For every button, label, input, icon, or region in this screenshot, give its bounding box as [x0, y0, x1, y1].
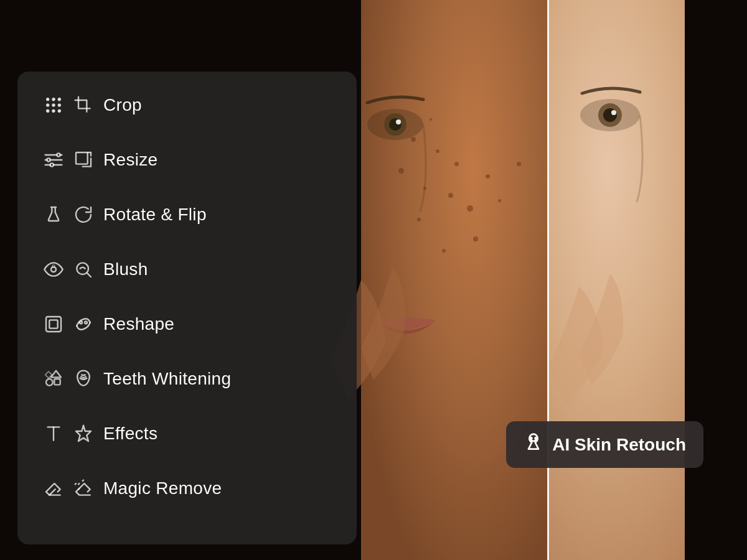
- svg-point-41: [530, 437, 532, 439]
- ai-badge-label: AI Skin Retouch: [552, 435, 686, 455]
- svg-point-42: [535, 437, 537, 439]
- svg-point-35: [46, 379, 53, 386]
- face-divider: [548, 0, 549, 560]
- svg-rect-36: [54, 379, 60, 385]
- sidebar-item-effects[interactable]: Effects: [17, 406, 357, 461]
- reshape-icon: [70, 314, 97, 334]
- svg-point-33: [80, 321, 82, 324]
- sidebar-item-magic-remove[interactable]: Magic Remove: [17, 461, 357, 516]
- svg-point-14: [59, 104, 60, 106]
- svg-rect-32: [49, 320, 57, 328]
- svg-point-17: [59, 110, 60, 112]
- reshape-label: Reshape: [103, 314, 174, 334]
- svg-point-34: [85, 321, 87, 324]
- magic-remove-label: Magic Remove: [103, 478, 222, 498]
- svg-marker-37: [51, 371, 61, 378]
- svg-point-7: [611, 110, 616, 115]
- crop-label: Crop: [103, 95, 142, 115]
- sidebar-item-reshape[interactable]: Reshape: [17, 297, 357, 352]
- face-overlay: [299, 0, 747, 560]
- resize-label: Resize: [103, 150, 157, 170]
- ai-skin-retouch-badge[interactable]: AI Skin Retouch: [506, 421, 703, 468]
- square-icon: [37, 314, 70, 334]
- sidebar-panel: Crop Resize: [17, 72, 357, 544]
- crop-icon: [70, 95, 97, 115]
- blush-icon: [70, 259, 97, 279]
- teeth-whitening-label: Teeth Whitening: [103, 369, 231, 389]
- svg-point-10: [52, 98, 54, 100]
- svg-point-16: [52, 110, 54, 112]
- flask-icon: [37, 205, 70, 225]
- rotate-flip-label: Rotate & Flip: [103, 205, 207, 225]
- shapes-icon: [37, 369, 70, 389]
- svg-point-30: [77, 263, 88, 274]
- svg-point-12: [47, 104, 49, 106]
- sidebar-item-teeth-whitening[interactable]: Teeth Whitening: [17, 352, 357, 406]
- ai-retouch-icon: [524, 432, 543, 457]
- rotate-icon: [70, 205, 97, 225]
- svg-point-11: [59, 98, 60, 100]
- svg-point-13: [52, 104, 54, 106]
- eraser-left-icon: [37, 478, 70, 498]
- teeth-icon: [70, 369, 97, 389]
- svg-rect-27: [76, 152, 88, 164]
- resize-icon: [70, 150, 97, 170]
- svg-point-3: [396, 119, 401, 124]
- svg-rect-31: [46, 317, 61, 332]
- sidebar-item-blush[interactable]: Blush: [17, 242, 357, 297]
- sliders-icon: [37, 150, 70, 170]
- svg-point-15: [47, 110, 49, 112]
- magic-icon: [70, 478, 97, 498]
- effects-label: Effects: [103, 424, 157, 444]
- effects-icon: [70, 424, 97, 444]
- sidebar-item-crop[interactable]: Crop: [17, 78, 357, 133]
- svg-point-29: [52, 265, 55, 268]
- sidebar-item-resize[interactable]: Resize: [17, 133, 357, 187]
- sidebar-item-rotate-flip[interactable]: Rotate & Flip: [17, 187, 357, 242]
- blush-label: Blush: [103, 259, 148, 279]
- text-t-icon: [37, 424, 70, 444]
- grid-icon: [37, 95, 70, 115]
- svg-point-6: [603, 108, 617, 122]
- svg-point-9: [47, 98, 49, 100]
- svg-marker-40: [76, 426, 91, 441]
- eye-icon: [37, 259, 70, 279]
